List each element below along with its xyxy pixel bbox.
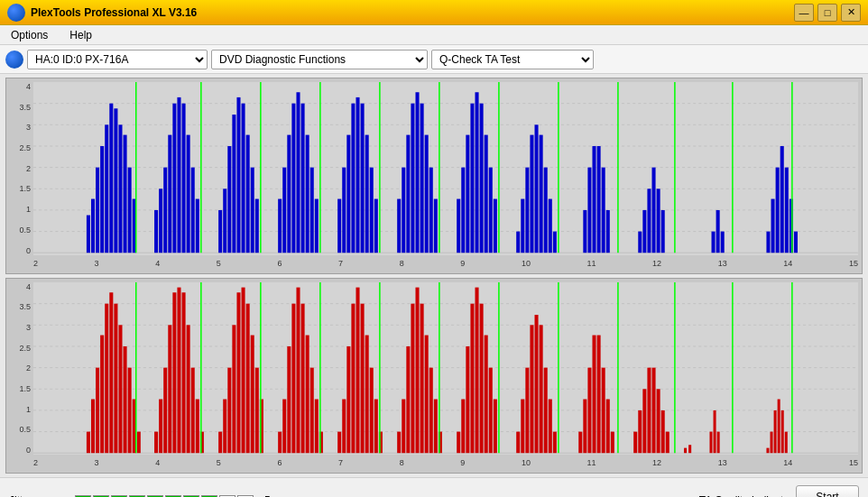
title-bar-left: PlexTools Professional XL V3.16 xyxy=(7,4,197,22)
svg-rect-207 xyxy=(530,325,533,453)
svg-rect-174 xyxy=(346,345,350,452)
svg-rect-219 xyxy=(602,367,605,453)
svg-rect-230 xyxy=(666,431,669,453)
chart1-container: 4 3.5 3 2.5 2 1.5 1 0.5 0 xyxy=(5,78,863,274)
svg-rect-101 xyxy=(652,168,656,253)
svg-rect-45 xyxy=(296,92,300,253)
svg-rect-87 xyxy=(544,168,548,253)
svg-rect-114 xyxy=(794,232,798,253)
svg-rect-86 xyxy=(540,135,543,253)
svg-rect-58 xyxy=(370,168,374,253)
svg-rect-179 xyxy=(370,367,374,453)
svg-rect-239 xyxy=(771,431,773,453)
drive-icon xyxy=(5,51,23,69)
svg-rect-99 xyxy=(642,210,646,253)
svg-rect-157 xyxy=(251,335,254,453)
svg-rect-235 xyxy=(714,410,716,452)
svg-rect-227 xyxy=(652,367,656,453)
maximize-button[interactable]: □ xyxy=(817,4,837,22)
svg-rect-51 xyxy=(337,199,341,253)
svg-rect-111 xyxy=(780,146,784,253)
svg-rect-233 xyxy=(688,445,691,453)
svg-rect-16 xyxy=(124,135,127,253)
svg-rect-130 xyxy=(109,292,113,453)
svg-rect-156 xyxy=(246,303,250,453)
svg-rect-83 xyxy=(525,168,529,253)
svg-rect-55 xyxy=(356,97,359,253)
title-bar: PlexTools Professional XL V3.16 — □ ✕ xyxy=(0,0,868,25)
svg-rect-153 xyxy=(232,325,235,453)
svg-rect-21 xyxy=(159,189,162,253)
svg-rect-79 xyxy=(494,199,497,253)
svg-rect-107 xyxy=(721,232,725,253)
svg-rect-167 xyxy=(306,335,309,453)
minimize-button[interactable]: — xyxy=(794,4,814,22)
close-button[interactable]: ✕ xyxy=(841,4,861,22)
svg-rect-218 xyxy=(597,335,601,453)
chart1-svg xyxy=(33,82,858,255)
svg-rect-84 xyxy=(530,135,533,253)
svg-rect-82 xyxy=(521,199,524,253)
svg-rect-69 xyxy=(434,199,438,253)
svg-rect-158 xyxy=(255,367,259,453)
svg-rect-8 xyxy=(87,216,90,253)
svg-rect-93 xyxy=(592,146,596,253)
jitter-row: Jitter: 5 xyxy=(9,494,681,498)
test-select[interactable]: Q-Check TA Test xyxy=(431,50,594,69)
svg-rect-32 xyxy=(223,189,226,253)
svg-rect-39 xyxy=(255,199,259,253)
svg-rect-61 xyxy=(397,199,401,253)
svg-rect-127 xyxy=(96,367,99,453)
svg-rect-44 xyxy=(291,104,295,253)
svg-rect-186 xyxy=(411,303,414,453)
svg-rect-125 xyxy=(87,431,90,453)
svg-rect-142 xyxy=(172,292,176,453)
svg-rect-206 xyxy=(525,367,529,453)
svg-rect-74 xyxy=(470,104,474,253)
svg-rect-221 xyxy=(611,431,614,453)
svg-rect-13 xyxy=(109,104,113,253)
svg-rect-126 xyxy=(91,399,95,453)
svg-rect-68 xyxy=(429,168,433,253)
chart2-container: 4 3.5 3 2.5 2 1.5 1 0.5 0 xyxy=(5,278,863,474)
svg-rect-196 xyxy=(466,345,469,452)
chart1-y-axis: 4 3.5 3 2.5 2 1.5 1 0.5 0 xyxy=(6,82,33,255)
svg-rect-109 xyxy=(771,199,775,253)
svg-rect-46 xyxy=(301,104,305,253)
svg-rect-145 xyxy=(187,325,190,453)
svg-rect-11 xyxy=(100,146,104,253)
svg-rect-131 xyxy=(114,303,117,453)
svg-rect-138 xyxy=(154,431,158,453)
svg-rect-147 xyxy=(196,399,199,453)
svg-rect-129 xyxy=(105,303,108,453)
svg-rect-22 xyxy=(163,168,167,253)
svg-rect-194 xyxy=(457,431,460,453)
svg-rect-14 xyxy=(114,108,117,253)
svg-rect-226 xyxy=(647,367,651,453)
svg-rect-103 xyxy=(661,210,665,253)
jitter-value: 5 xyxy=(264,494,271,498)
svg-rect-42 xyxy=(282,168,286,253)
svg-rect-49 xyxy=(315,199,319,253)
drive-select[interactable]: HA:0 ID:0 PX-716A xyxy=(27,50,208,69)
start-btn-section: Start i xyxy=(796,485,859,498)
svg-rect-88 xyxy=(549,199,552,253)
svg-rect-132 xyxy=(118,325,122,453)
svg-rect-175 xyxy=(351,303,355,453)
svg-rect-201 xyxy=(489,367,493,453)
svg-rect-200 xyxy=(485,335,488,453)
svg-rect-191 xyxy=(434,399,438,453)
function-select[interactable]: DVD Diagnostic Functions xyxy=(211,50,428,69)
svg-rect-95 xyxy=(602,168,605,253)
svg-rect-71 xyxy=(457,199,460,253)
svg-rect-43 xyxy=(287,135,291,253)
ta-section: TA Quality Indicator: Very Good xyxy=(699,494,796,498)
menu-options[interactable]: Options xyxy=(4,27,55,43)
svg-rect-178 xyxy=(365,335,369,453)
svg-rect-154 xyxy=(236,292,240,453)
svg-rect-198 xyxy=(475,287,478,453)
svg-rect-241 xyxy=(778,399,780,453)
menu-help[interactable]: Help xyxy=(62,27,99,43)
svg-rect-211 xyxy=(549,399,552,453)
start-button[interactable]: Start xyxy=(796,485,859,498)
